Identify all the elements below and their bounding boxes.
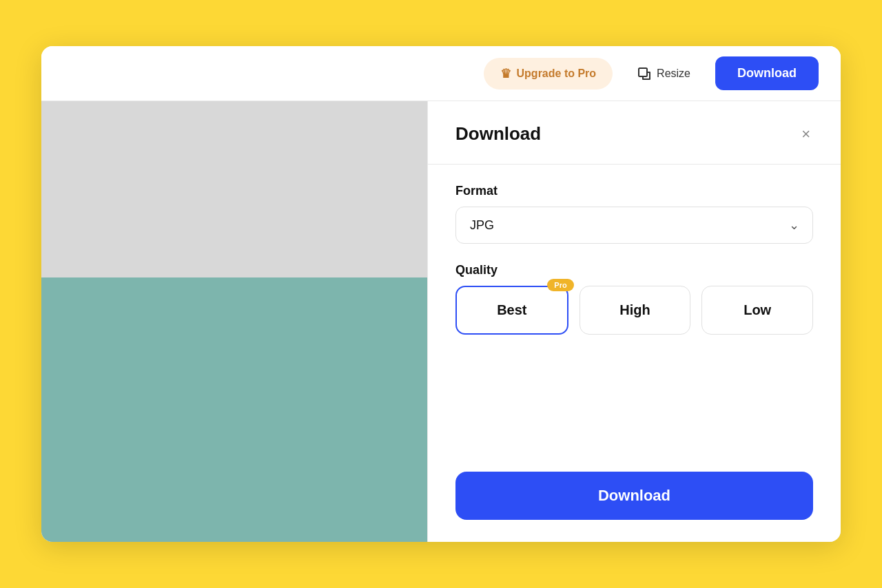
quality-high-button[interactable]: High [580, 286, 691, 335]
crown-icon: ♛ [500, 66, 511, 81]
format-select-wrapper: JPG PNG SVG PDF ⌄ [455, 207, 813, 244]
toolbar: ♛ Upgrade to Pro Resize Download [41, 46, 841, 101]
quality-options: Pro Best High Low [455, 286, 813, 335]
panel-title: Download [455, 123, 541, 145]
image-preview [41, 101, 441, 542]
download-main-label: Download [598, 487, 670, 504]
download-header-button[interactable]: Download [715, 56, 819, 90]
format-select[interactable]: JPG PNG SVG PDF [455, 207, 813, 244]
resize-icon [637, 67, 651, 81]
format-label: Format [455, 184, 813, 198]
download-panel: Download × Format JPG PNG SVG PDF ⌄ Qual… [427, 101, 841, 542]
quality-low-button[interactable]: Low [701, 286, 813, 335]
quality-label: Quality [455, 263, 813, 277]
app-container: ♛ Upgrade to Pro Resize Download Downloa… [41, 46, 841, 542]
quality-low-label: Low [743, 302, 771, 317]
quality-best-label: Best [497, 302, 526, 317]
divider [428, 164, 841, 165]
upgrade-button[interactable]: ♛ Upgrade to Pro [484, 58, 613, 90]
upgrade-label: Upgrade to Pro [517, 67, 597, 80]
pro-badge: Pro [547, 279, 573, 291]
download-main-button[interactable]: Download [455, 472, 813, 520]
quality-high-label: High [619, 302, 650, 317]
resize-button[interactable]: Resize [624, 59, 704, 89]
format-section: Format JPG PNG SVG PDF ⌄ [455, 184, 813, 244]
panel-header: Download × [455, 123, 813, 145]
close-button[interactable]: × [799, 124, 813, 145]
resize-label: Resize [657, 67, 690, 80]
quality-section: Quality Pro Best High Low [455, 263, 813, 335]
svg-rect-0 [639, 68, 647, 76]
quality-best-button[interactable]: Pro Best [455, 286, 568, 335]
download-header-label: Download [737, 66, 797, 80]
close-icon: × [801, 125, 810, 143]
